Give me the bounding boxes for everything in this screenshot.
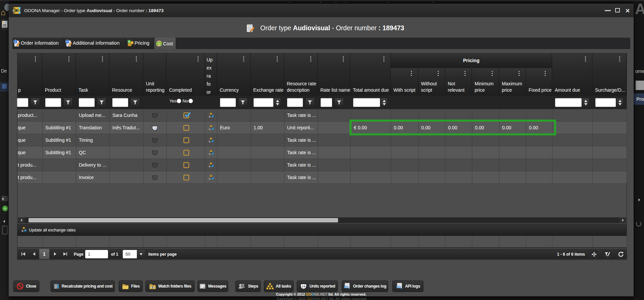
svg-text:LOG: LOG	[345, 286, 348, 288]
svg-text:G: G	[25, 230, 26, 231]
svg-text:LOG: LOG	[397, 286, 400, 288]
svg-text:G: G	[212, 128, 213, 130]
svg-text:1-9: 1-9	[153, 177, 156, 179]
svg-text:1·9: 1·9	[302, 285, 305, 288]
svg-text:1-9: 1-9	[153, 127, 156, 129]
svg-text:1-9: 1-9	[153, 139, 156, 141]
svg-text:$: $	[158, 42, 160, 45]
svg-text:G: G	[212, 153, 213, 155]
svg-text:1-9: 1-9	[153, 152, 156, 154]
svg-text:G: G	[212, 165, 213, 167]
svg-text:G: G	[212, 116, 213, 117]
svg-text:G: G	[212, 140, 213, 142]
svg-text:1-9: 1-9	[153, 164, 156, 166]
svg-text:G: G	[212, 178, 213, 179]
svg-text:1-9: 1-9	[153, 115, 156, 117]
